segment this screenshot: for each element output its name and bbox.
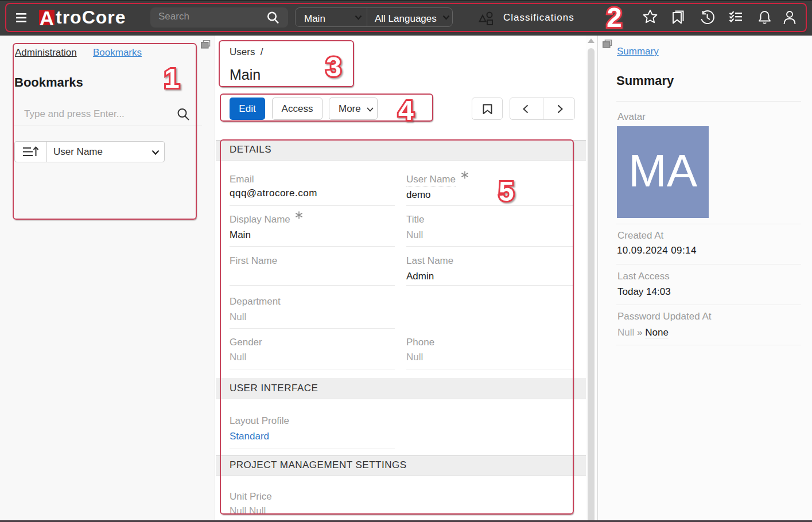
svg-text:5: 5: [499, 176, 514, 207]
svg-text:1: 1: [164, 63, 180, 94]
svg-text:4: 4: [398, 95, 414, 126]
svg-text:3: 3: [326, 52, 341, 82]
svg-text:2: 2: [607, 2, 622, 33]
